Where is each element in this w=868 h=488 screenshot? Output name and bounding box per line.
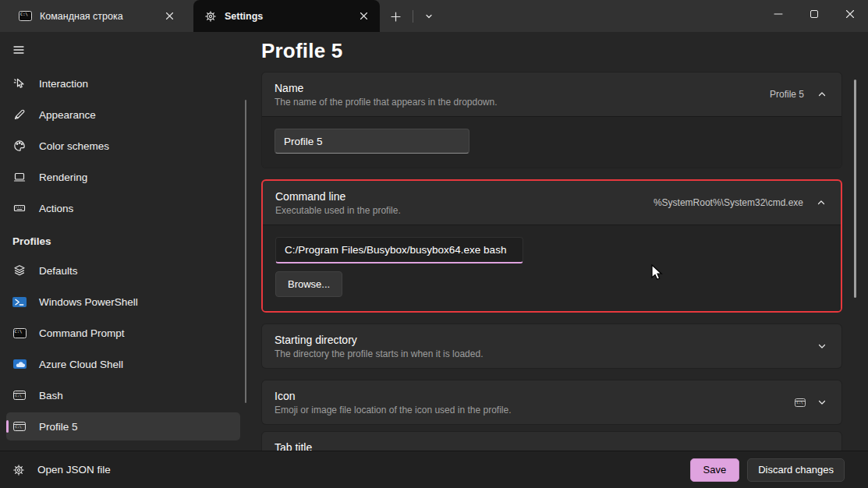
sidebar-item-label: Bash	[39, 390, 63, 401]
settings-content: Profile 5 Name The name of the profile t…	[261, 32, 868, 451]
tab-title-expander-header[interactable]: Tab title	[262, 432, 841, 451]
sidebar-item-actions[interactable]: Actions	[6, 194, 240, 222]
sidebar-item-label: Rendering	[39, 172, 87, 183]
gear-icon	[12, 464, 25, 476]
section-title: Command line	[275, 189, 654, 204]
tab-label: Командная строка	[40, 11, 153, 22]
tab-dropdown-button[interactable]	[420, 6, 438, 27]
sidebar-item-color-schemes[interactable]: Color schemes	[6, 132, 240, 160]
settings-sidebar: Interaction Appearance Color schemes Ren…	[0, 32, 261, 451]
tab-command-prompt[interactable]: C:\ Командная строка	[8, 0, 186, 32]
pointer-icon	[12, 77, 27, 90]
page-title: Profile 5	[261, 37, 842, 65]
window-controls	[760, 0, 868, 28]
terminal-window-icon: C:\	[12, 391, 27, 400]
maximize-button[interactable]	[796, 0, 832, 28]
monitor-icon	[12, 171, 27, 183]
cmd-window-icon: C:\	[12, 328, 27, 338]
title-bar: C:\ Командная строка Settings	[0, 0, 868, 32]
hamburger-icon	[12, 44, 25, 56]
sidebar-item-rendering[interactable]: Rendering	[6, 163, 240, 191]
sidebar-item-profile-5[interactable]: C:\ Profile 5	[6, 412, 240, 440]
content-scrollbar[interactable]	[854, 80, 856, 298]
sidebar-item-label: Profile 5	[39, 421, 78, 433]
tab-title-section: Tab title	[261, 431, 842, 451]
section-description: The name of the profile that appears in …	[275, 96, 770, 108]
sidebar-item-label: Windows PowerShell	[39, 296, 138, 308]
close-tab-icon[interactable]	[355, 8, 372, 25]
sidebar-item-defaults[interactable]: Defaults	[6, 256, 240, 285]
plus-icon	[391, 12, 401, 22]
section-preview-value: Profile 5	[770, 89, 804, 100]
close-window-button[interactable]	[832, 0, 868, 28]
cmd-window-icon: C:\	[19, 11, 32, 21]
section-description: Emoji or image file location of the icon…	[275, 404, 795, 416]
terminal-window-icon: C:\	[795, 398, 806, 407]
sidebar-item-bash[interactable]: C:\ Bash	[6, 381, 240, 409]
section-title: Starting directory	[275, 332, 817, 348]
section-title: Name	[275, 80, 770, 96]
profile-name-input[interactable]	[275, 129, 469, 154]
footer-bar: Open JSON file Save Discard changes	[0, 451, 868, 488]
open-json-file-label: Open JSON file	[37, 464, 111, 476]
command-line-input[interactable]	[275, 237, 523, 263]
tab-settings[interactable]: Settings	[193, 0, 380, 32]
chevron-down-icon	[817, 341, 827, 351]
chevron-up-icon	[817, 90, 827, 99]
azure-cloud-icon	[12, 359, 27, 369]
terminal-window-icon: C:\	[12, 422, 27, 431]
layers-icon	[12, 264, 27, 277]
powershell-icon	[12, 297, 27, 307]
sidebar-item-label: Interaction	[39, 78, 88, 90]
minimize-icon	[774, 9, 783, 19]
profiles-section-header: Profiles	[6, 225, 240, 256]
starting-directory-section: Starting directory The directory the pro…	[261, 324, 842, 369]
section-description: Executable used in the profile.	[275, 204, 654, 217]
discard-changes-button[interactable]: Discard changes	[747, 458, 845, 482]
section-title: Tab title	[275, 440, 827, 451]
section-preview-value: %SystemRoot%\System32\cmd.exe	[654, 197, 803, 208]
command-line-expander-header[interactable]: Command line Executable used in the prof…	[263, 181, 841, 225]
starting-directory-expander-header[interactable]: Starting directory The directory the pro…	[262, 324, 841, 368]
command-line-section: Command line Executable used in the prof…	[261, 179, 842, 313]
open-json-file-button[interactable]: Open JSON file	[12, 464, 111, 476]
sidebar-item-windows-powershell[interactable]: Windows PowerShell	[6, 288, 240, 316]
tabbar-separator	[413, 10, 413, 23]
sidebar-item-label: Actions	[39, 203, 73, 214]
sidebar-item-appearance[interactable]: Appearance	[6, 101, 240, 129]
sidebar-item-interaction[interactable]: Interaction	[6, 69, 240, 97]
name-section: Name The name of the profile that appear…	[261, 72, 842, 168]
browse-button[interactable]: Browse...	[275, 271, 342, 297]
maximize-icon	[810, 9, 819, 19]
icon-expander-header[interactable]: Icon Emoji or image file location of the…	[262, 380, 841, 424]
section-description: The directory the profile starts in when…	[275, 348, 817, 360]
section-title: Icon	[275, 388, 795, 404]
sidebar-scrollbar[interactable]	[245, 100, 246, 403]
close-tab-icon[interactable]	[161, 8, 178, 25]
minimize-button[interactable]	[760, 0, 796, 28]
sidebar-item-label: Azure Cloud Shell	[39, 359, 123, 370]
paintbrush-icon	[12, 108, 27, 121]
sidebar-item-azure-cloud-shell[interactable]: Azure Cloud Shell	[6, 350, 240, 378]
chevron-down-icon	[424, 12, 434, 21]
nav-menu-button[interactable]	[12, 43, 37, 57]
keyboard-icon	[12, 202, 27, 214]
gear-icon	[204, 10, 217, 23]
chevron-down-icon	[817, 398, 827, 407]
name-expander-header[interactable]: Name The name of the profile that appear…	[262, 72, 841, 116]
save-button[interactable]: Save	[690, 458, 740, 482]
sidebar-item-label: Command Prompt	[39, 327, 125, 339]
chevron-up-icon	[816, 198, 827, 207]
new-tab-button[interactable]	[384, 6, 406, 27]
sidebar-item-command-prompt[interactable]: C:\ Command Prompt	[6, 319, 240, 347]
close-icon	[845, 9, 855, 19]
sidebar-item-label: Color schemes	[39, 140, 109, 152]
sidebar-item-label: Appearance	[39, 109, 96, 121]
palette-icon	[12, 140, 27, 152]
icon-section: Icon Emoji or image file location of the…	[261, 380, 842, 425]
sidebar-item-label: Defaults	[39, 265, 78, 277]
tab-label: Settings	[225, 11, 347, 22]
